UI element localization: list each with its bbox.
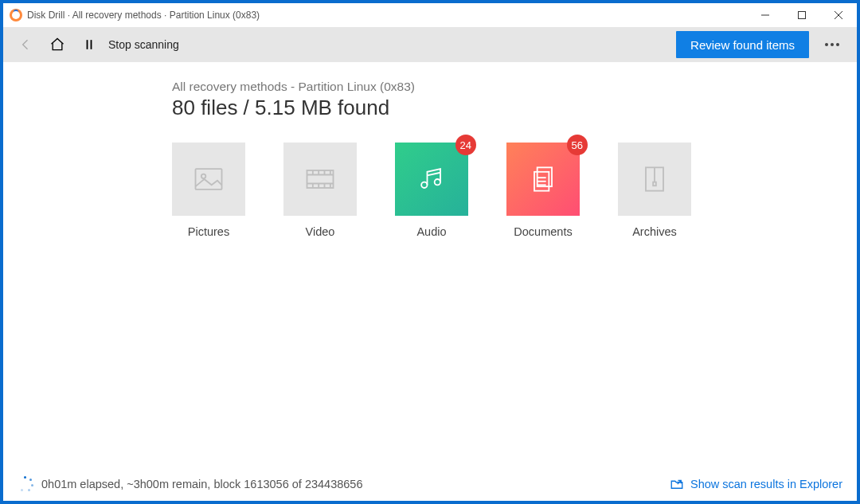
review-found-items-label: Review found items: [690, 38, 795, 52]
svg-line-21: [428, 173, 441, 176]
category-label: Video: [306, 225, 335, 238]
archives-tile: [618, 143, 691, 216]
window-controls: [747, 3, 857, 27]
explorer-link-label: Show scan results in Explorer: [690, 478, 842, 490]
scan-headline: 80 files / 5.15 MB found: [172, 96, 857, 120]
video-icon: [303, 162, 338, 197]
ellipsis-icon: [825, 43, 839, 46]
svg-rect-6: [196, 169, 222, 189]
audio-badge: 24: [455, 135, 476, 155]
svg-point-20: [435, 179, 440, 185]
svg-point-7: [201, 174, 206, 179]
breadcrumb: All recovery methods - Partition Linux (…: [172, 80, 857, 94]
documents-tile: 56: [506, 143, 580, 216]
minimize-button[interactable]: [747, 3, 784, 27]
archives-icon: [637, 162, 672, 197]
category-label: Documents: [514, 225, 572, 238]
category-label: Audio: [416, 225, 446, 238]
category-label: Pictures: [188, 225, 229, 238]
documents-icon: [526, 162, 561, 197]
category-row: Pictures Video: [172, 143, 857, 238]
home-button[interactable]: [41, 27, 73, 62]
toolbar: Stop scanning Review found items: [3, 27, 857, 62]
pictures-tile: [172, 143, 245, 216]
titlebar: Disk Drill · All recovery methods · Part…: [3, 3, 857, 27]
category-audio[interactable]: 24 Audio: [395, 143, 468, 238]
pause-icon[interactable]: [73, 27, 105, 62]
show-in-explorer-link[interactable]: Show scan results in Explorer: [670, 477, 842, 491]
audio-icon: [414, 162, 449, 197]
svg-rect-29: [653, 182, 656, 186]
category-label: Archives: [632, 225, 677, 238]
stop-scanning-button[interactable]: Stop scanning: [108, 38, 179, 51]
close-button[interactable]: [820, 3, 857, 27]
spinner-icon: [18, 476, 33, 492]
pictures-icon: [191, 162, 226, 197]
audio-tile: 24: [395, 143, 468, 216]
statusbar: 0h01m elapsed, ~3h00m remain, block 1613…: [3, 467, 857, 501]
review-found-items-button[interactable]: Review found items: [676, 31, 809, 58]
explorer-icon: [670, 477, 684, 491]
svg-rect-8: [307, 170, 334, 188]
documents-badge: 56: [567, 135, 588, 155]
video-tile: [283, 143, 357, 216]
category-documents[interactable]: 56 Documents: [506, 143, 580, 238]
category-video[interactable]: Video: [283, 143, 357, 238]
svg-point-19: [421, 182, 427, 188]
svg-rect-1: [799, 12, 806, 19]
main-content: All recovery methods - Partition Linux (…: [3, 62, 857, 467]
back-button[interactable]: [10, 27, 41, 62]
app-window: Disk Drill · All recovery methods · Part…: [3, 3, 857, 501]
status-text: 0h01m elapsed, ~3h00m remain, block 1613…: [41, 478, 362, 490]
more-menu-button[interactable]: [814, 27, 850, 62]
app-icon: [10, 9, 22, 21]
category-pictures[interactable]: Pictures: [172, 143, 245, 238]
category-archives[interactable]: Archives: [618, 143, 691, 238]
window-title: Disk Drill · All recovery methods · Part…: [27, 10, 260, 21]
maximize-button[interactable]: [784, 3, 820, 27]
